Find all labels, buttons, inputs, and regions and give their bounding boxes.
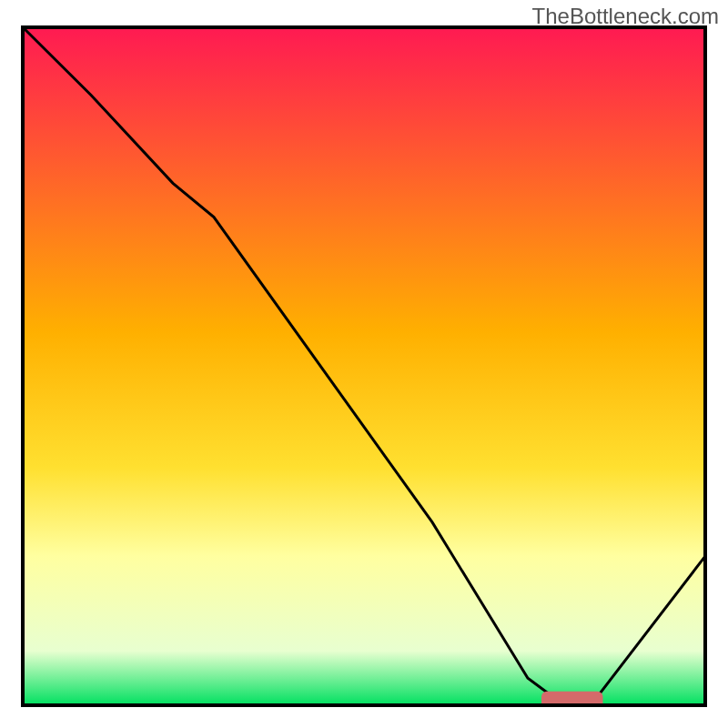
watermark-text: TheBottleneck.com xyxy=(532,4,719,29)
optimal-range-marker xyxy=(541,692,603,713)
gradient-background xyxy=(23,27,705,705)
bottleneck-chart xyxy=(0,0,728,728)
chart-container: TheBottleneck.com xyxy=(0,0,728,728)
